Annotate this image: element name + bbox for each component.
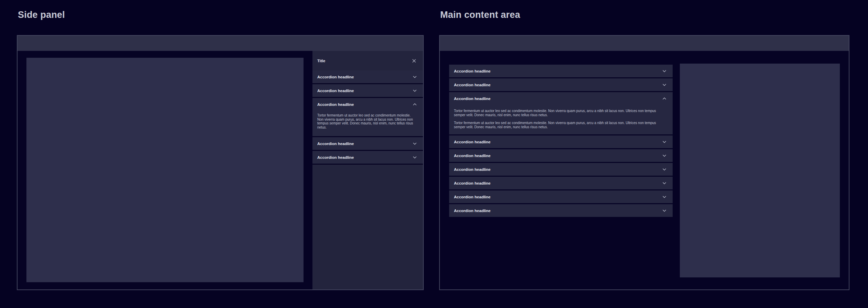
accordion-item: Accordion headline xyxy=(449,163,673,176)
chevron-down-icon xyxy=(413,76,417,78)
accordion-headline: Accordion headline xyxy=(317,89,413,93)
accordion-header[interactable]: Accordion headline xyxy=(449,92,673,105)
accordion-header[interactable]: Accordion headline xyxy=(449,204,673,217)
accordion-item: Accordion headline xyxy=(449,78,673,91)
main-content-card: Accordion headline Accordion headline Ac… xyxy=(439,35,849,290)
chevron-up-icon xyxy=(413,103,417,106)
accordion-header[interactable]: Accordion headline xyxy=(449,78,673,91)
chevron-down-icon xyxy=(662,196,666,198)
accordion-headline: Accordion headline xyxy=(454,69,662,73)
chevron-down-icon xyxy=(413,156,417,159)
accordion-headline: Accordion headline xyxy=(454,181,662,185)
accordion-paragraph: Tortor fermentum ut auctor leo sed ac co… xyxy=(454,121,666,129)
accordion-header[interactable]: Accordion headline xyxy=(312,151,423,164)
main-section-heading: Main content area xyxy=(440,10,520,20)
close-icon xyxy=(412,59,416,63)
side-panel: Title Accordion headline xyxy=(312,51,423,289)
accordion-header[interactable]: Accordion headline xyxy=(312,98,423,111)
accordion-item: Accordion headline xyxy=(449,149,673,162)
accordion-header[interactable]: Accordion headline xyxy=(449,135,673,148)
accordion-paragraph: Tortor fermentum ut auctor leo sed ac co… xyxy=(317,113,414,129)
content-placeholder xyxy=(680,64,840,277)
accordion-header[interactable]: Accordion headline xyxy=(449,190,673,203)
side-panel-title: Title xyxy=(317,59,412,63)
accordion-item: Accordion headline xyxy=(449,135,673,148)
accordion-headline: Accordion headline xyxy=(454,154,662,158)
chevron-down-icon xyxy=(662,84,666,86)
accordion-item: Accordion headline xyxy=(312,137,423,151)
accordion-header[interactable]: Accordion headline xyxy=(449,177,673,189)
card-header-bar xyxy=(440,36,849,51)
accordion-header[interactable]: Accordion headline xyxy=(449,149,673,162)
accordion-paragraph: Tortor fermentum ut auctor leo sed ac co… xyxy=(454,109,666,117)
accordion-header[interactable]: Accordion headline xyxy=(449,65,673,77)
accordion-header[interactable]: Accordion headline xyxy=(312,137,423,150)
accordion-content: Tortor fermentum ut auctor leo sed ac co… xyxy=(312,111,423,136)
accordion-headline: Accordion headline xyxy=(317,75,413,79)
accordion-headline: Accordion headline xyxy=(317,102,413,107)
chevron-down-icon xyxy=(662,70,666,73)
side-panel-section-heading: Side panel xyxy=(18,10,65,20)
accordion-header[interactable]: Accordion headline xyxy=(312,70,423,83)
accordion-item: Accordion headline xyxy=(449,204,673,217)
chevron-down-icon xyxy=(662,209,666,212)
accordion-item: Accordion headline xyxy=(449,65,673,77)
card-header-bar xyxy=(18,36,423,51)
accordion-header[interactable]: Accordion headline xyxy=(449,163,673,176)
accordion-item: Accordion headline xyxy=(449,190,673,203)
accordion-item: Accordion headline xyxy=(312,151,423,165)
accordion-content: Tortor fermentum ut auctor leo sed ac co… xyxy=(449,105,673,134)
chevron-down-icon xyxy=(662,154,666,157)
chevron-down-icon xyxy=(662,168,666,171)
accordion-headline: Accordion headline xyxy=(454,83,662,87)
close-button[interactable] xyxy=(412,59,416,63)
side-panel-card: Title Accordion headline xyxy=(17,35,424,290)
accordion-headline: Accordion headline xyxy=(454,167,662,172)
accordion-item-expanded: Accordion headline Tortor fermentum ut a… xyxy=(312,98,423,137)
accordion-headline: Accordion headline xyxy=(454,195,662,199)
accordion-item: Accordion headline xyxy=(449,177,673,189)
accordion-headline: Accordion headline xyxy=(454,140,662,144)
chevron-down-icon xyxy=(413,89,417,92)
accordion-item: Accordion headline xyxy=(312,84,423,98)
accordion-header[interactable]: Accordion headline xyxy=(312,84,423,97)
page: Side panel Title Accordion headline xyxy=(0,0,868,308)
accordion-headline: Accordion headline xyxy=(317,142,413,146)
accordion-headline: Accordion headline xyxy=(454,209,662,213)
side-panel-title-row: Title xyxy=(312,51,423,70)
accordion-list: Accordion headline Accordion headline Ac… xyxy=(449,65,673,218)
content-placeholder xyxy=(26,58,304,282)
accordion-headline: Accordion headline xyxy=(317,155,413,160)
chevron-down-icon xyxy=(662,141,666,143)
chevron-down-icon xyxy=(413,142,417,145)
chevron-up-icon xyxy=(662,97,666,100)
chevron-down-icon xyxy=(662,182,666,185)
accordion-item-expanded: Accordion headline Tortor fermentum ut a… xyxy=(449,92,673,134)
accordion-item: Accordion headline xyxy=(312,70,423,84)
accordion-headline: Accordion headline xyxy=(454,97,662,101)
